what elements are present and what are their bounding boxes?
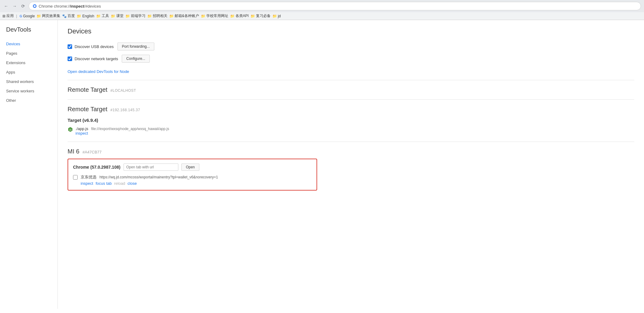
discover-usb-checkbox[interactable] <box>68 44 72 49</box>
tab-row: 京东优选 https://wq.jd.com/mcoss/wxportal/ma… <box>73 174 312 186</box>
target-version-title: Target (v6.9.4) <box>68 118 634 123</box>
device-header: MI 6 #A47CB77 <box>68 148 634 155</box>
forward-button[interactable]: → <box>12 3 18 9</box>
device-id: #A47CB77 <box>82 150 102 154</box>
open-tab-url-input[interactable] <box>124 163 178 171</box>
nodejs-icon: JS <box>68 127 73 132</box>
folder-icon-7: 📁 <box>169 14 174 18</box>
target-file-links: inspect <box>75 131 169 136</box>
remote-target-1-subtitle: #LOCALHOST <box>110 88 136 93</box>
tab-title: 京东优选 <box>81 175 96 179</box>
discover-network-label[interactable]: Discover network targets <box>68 57 118 61</box>
tab-focus-link[interactable]: focus tab <box>96 181 112 186</box>
sidebar-item-devices[interactable]: Devices <box>0 39 58 49</box>
bookmark-wangye[interactable]: 📁 网页效果集 <box>37 13 60 19</box>
open-node-link[interactable]: Open dedicated DevTools for Node <box>68 69 129 74</box>
sidebar-item-pages[interactable]: Pages <box>0 49 58 58</box>
bookmarks-bar: ⊞ 应用 | G Google 📁 网页效果集 🐾 百度 📁 English 📁… <box>0 12 644 20</box>
folder-icon-11: 📁 <box>272 14 277 18</box>
favicon-icon <box>33 4 37 8</box>
address-text: Chrome chrome://inspect/#devices <box>39 4 101 9</box>
sidebar-item-service-workers[interactable]: Service workers <box>0 86 58 96</box>
divider-2 <box>68 99 634 100</box>
chrome-header-row: Chrome (57.0.2987.108) Open <box>73 163 312 171</box>
folder-icon-2: 📁 <box>77 14 81 18</box>
tab-close-link[interactable]: close <box>128 181 137 186</box>
tab-inspect-link[interactable]: inspect <box>81 181 93 186</box>
discover-usb-row: Discover USB devices Port forwarding... <box>68 43 634 50</box>
discover-network-checkbox[interactable] <box>68 57 72 61</box>
folder-icon-4: 📁 <box>111 14 115 18</box>
back-button[interactable]: ← <box>3 3 9 9</box>
folder-icon-5: 📁 <box>125 14 130 18</box>
divider-3 <box>68 142 634 142</box>
sidebar-item-other[interactable]: Other <box>0 96 58 105</box>
bookmark-email[interactable]: 📁 邮箱&各种账户 <box>169 13 199 19</box>
divider-1 <box>68 80 634 80</box>
apps-icon: ⊞ <box>2 14 5 18</box>
chrome-version-label: Chrome (57.0.2987.108) <box>73 165 121 170</box>
baidu-icon: 🐾 <box>62 14 67 18</box>
bookmark-frontend[interactable]: 📁 前端学习 <box>125 13 145 19</box>
content-area: Devices Discover USB devices Port forwar… <box>58 20 644 309</box>
port-forwarding-button[interactable]: Port forwarding... <box>117 43 154 50</box>
device-name: MI 6 <box>68 148 79 155</box>
open-tab-button[interactable]: Open <box>181 163 199 171</box>
chrome-device-box: Chrome (57.0.2987.108) Open 京东优选 https:/… <box>68 159 317 191</box>
remote-target-localhost-header: Remote Target #LOCALHOST <box>68 86 634 93</box>
remote-target-2-title: Remote Target <box>68 106 107 113</box>
sidebar: DevTools Devices Pages Extensions Apps S… <box>0 20 58 309</box>
browser-titlebar: ← → ⟳ Chrome chrome://inspect/#devices <box>0 0 644 12</box>
tab-url: https://wq.jd.com/mcoss/wxportal/mainent… <box>100 175 218 179</box>
svg-text:JS: JS <box>69 129 72 131</box>
reload-button[interactable]: ⟳ <box>20 3 26 9</box>
configure-button[interactable]: Configure... <box>122 55 150 63</box>
sidebar-item-apps[interactable]: Apps <box>0 67 58 77</box>
sidebar-title: DevTools <box>0 26 58 39</box>
bookmark-jd[interactable]: 📁 jd <box>272 14 281 18</box>
main-layout: DevTools Devices Pages Extensions Apps S… <box>0 20 644 309</box>
remote-target-2-subtitle: #192.168.145.37 <box>110 108 140 112</box>
bookmark-baidu[interactable]: 🐾 百度 <box>62 13 75 19</box>
address-bar[interactable]: Chrome chrome://inspect/#devices <box>29 2 641 10</box>
target-inspect-link[interactable]: inspect <box>75 131 88 136</box>
target-file-item: JS ./app.js file:///export/wxsq/node_app… <box>68 126 634 136</box>
bookmark-review[interactable]: 📁 复习必备 <box>250 13 271 19</box>
remote-target-192-header: Remote Target #192.168.145.37 <box>68 106 634 113</box>
folder-icon-3: 📁 <box>96 14 101 18</box>
sidebar-item-extensions[interactable]: Extensions <box>0 58 58 67</box>
discover-network-row: Discover network targets Configure... <box>68 55 634 63</box>
bookmark-tools[interactable]: 📁 工具 <box>96 13 109 19</box>
page-title: Devices <box>68 27 634 35</box>
tab-reload-link[interactable]: reload <box>114 181 125 186</box>
target-file-path-row: ./app.js file:///export/wxsq/node_app/wx… <box>75 126 169 131</box>
tab-actions: inspect focus tab reload close <box>81 181 312 186</box>
folder-icon-9: 📁 <box>230 14 235 18</box>
google-icon: G <box>19 14 22 18</box>
svg-point-1 <box>34 5 36 7</box>
folder-icon: 📁 <box>37 14 41 18</box>
sidebar-item-shared-workers[interactable]: Shared workers <box>0 77 58 86</box>
bookmark-zhaopin[interactable]: 📁 招聘相关 <box>147 13 167 19</box>
discover-usb-label[interactable]: Discover USB devices <box>68 44 114 49</box>
tab-title-url-row: 京东优选 https://wq.jd.com/mcoss/wxportal/ma… <box>81 174 312 180</box>
bookmark-google[interactable]: G Google <box>19 14 35 18</box>
browser-chrome: ← → ⟳ Chrome chrome://inspect/#devices ⊞… <box>0 0 644 20</box>
bookmark-ketang[interactable]: 📁 课堂 <box>111 13 124 19</box>
remote-target-1-title: Remote Target <box>68 86 107 93</box>
bookmark-apps[interactable]: ⊞ 应用 <box>2 13 14 19</box>
bookmark-school[interactable]: 📁 学校常用网址 <box>201 13 228 19</box>
bookmark-api[interactable]: 📁 各类API <box>230 13 249 19</box>
folder-icon-6: 📁 <box>147 14 152 18</box>
folder-icon-10: 📁 <box>250 14 255 18</box>
folder-icon-8: 📁 <box>201 14 205 18</box>
tab-checkbox[interactable] <box>73 175 78 180</box>
bookmark-english[interactable]: 📁 English <box>77 14 94 18</box>
tab-info: 京东优选 https://wq.jd.com/mcoss/wxportal/ma… <box>81 174 312 186</box>
